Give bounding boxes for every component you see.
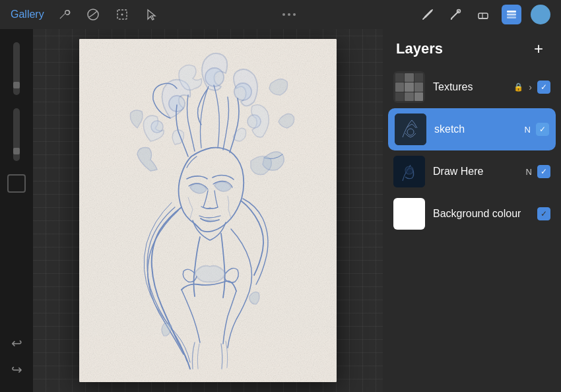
check-mark: ✓ <box>541 167 547 176</box>
layer-name-sketch: sketch <box>434 123 517 135</box>
chevron-right-icon[interactable]: › <box>529 82 532 92</box>
layers-panel: Layers + Textures 🔒 <box>383 29 561 392</box>
undo-button[interactable]: ↩ <box>7 334 26 352</box>
top-toolbar: Gallery <box>0 0 561 29</box>
lock-icon: 🔒 <box>513 82 523 92</box>
thumb-cell <box>395 82 404 91</box>
add-layer-button[interactable]: + <box>529 40 548 58</box>
layer-visibility-sketch[interactable]: ✓ <box>536 123 549 136</box>
background-thumbnail <box>393 198 425 230</box>
layer-visibility-background[interactable]: ✓ <box>537 207 550 220</box>
thumb-cell <box>414 82 423 91</box>
layer-info: Textures <box>433 81 506 93</box>
layer-visibility-textures[interactable]: ✓ <box>537 81 550 94</box>
draw-here-thumbnail <box>393 156 425 187</box>
toolbar-right <box>418 5 550 24</box>
svg-point-2 <box>121 14 123 16</box>
thumb-cell <box>395 73 404 82</box>
color-swatch[interactable] <box>7 174 26 193</box>
layers-panel-toggle[interactable] <box>502 5 521 24</box>
transform-icon[interactable] <box>113 5 131 24</box>
layer-item-textures[interactable]: Textures 🔒 › ✓ <box>383 66 561 108</box>
eraser-tool-icon[interactable] <box>474 5 492 24</box>
user-avatar[interactable] <box>531 5 550 24</box>
check-mark: ✓ <box>541 82 547 92</box>
sketch-thumbnail <box>395 114 426 145</box>
adjustments-icon[interactable] <box>84 5 102 24</box>
svg-point-15 <box>234 83 251 100</box>
textures-thumbnail <box>393 71 425 103</box>
layer-controls-background: ✓ <box>537 207 550 220</box>
layer-controls-textures: 🔒 › ✓ <box>513 81 550 94</box>
layer-info: Background colour <box>433 208 529 220</box>
toolbar-left: Gallery <box>11 5 160 24</box>
thumb-cell <box>395 92 404 101</box>
thumb-cell <box>414 73 423 82</box>
thumb-cell <box>405 92 413 101</box>
sidebar-bottom-actions: ↩ ↪ <box>7 334 26 379</box>
check-mark: ✓ <box>541 209 547 218</box>
layer-item-sketch[interactable]: sketch N ✓ <box>388 108 556 150</box>
layer-name-draw-here: Draw Here <box>433 166 518 178</box>
dot-2 <box>288 13 290 16</box>
thumb-cell <box>405 82 413 91</box>
wrench-icon[interactable] <box>55 5 73 24</box>
redo-button[interactable]: ↪ <box>7 360 26 379</box>
canvas-paper <box>79 39 337 382</box>
sketch-drawing <box>79 39 337 382</box>
brush-size-slider[interactable] <box>13 42 20 95</box>
canvas-area[interactable] <box>33 29 383 392</box>
dot-3 <box>293 13 296 16</box>
svg-point-17 <box>248 115 261 128</box>
svg-rect-10 <box>507 16 516 18</box>
layer-name-textures: Textures <box>433 81 506 93</box>
svg-point-14 <box>205 68 224 86</box>
opacity-slider[interactable] <box>13 108 20 161</box>
layer-mode-draw-here: N <box>526 167 532 177</box>
layers-header: Layers + <box>383 29 561 66</box>
pen-tool-icon[interactable] <box>418 5 437 24</box>
thumb-cell <box>405 73 413 82</box>
layer-mode-sketch: N <box>525 125 531 135</box>
toolbar-center <box>282 13 296 16</box>
check-mark: ✓ <box>539 125 546 134</box>
svg-rect-9 <box>507 14 516 16</box>
left-sidebar: ↩ ↪ <box>0 29 33 392</box>
thumb-cell <box>414 92 423 101</box>
layer-item-background[interactable]: Background colour ✓ <box>383 193 561 235</box>
layer-controls-sketch: N ✓ <box>525 123 549 136</box>
svg-point-16 <box>151 121 163 133</box>
svg-rect-12 <box>79 39 337 382</box>
layer-name-background: Background colour <box>433 208 529 220</box>
layer-controls-draw-here: N ✓ <box>526 165 550 178</box>
dot-1 <box>282 13 285 16</box>
layer-visibility-draw-here[interactable]: ✓ <box>537 165 550 178</box>
layer-info: sketch <box>434 123 517 135</box>
brush-tool-icon[interactable] <box>446 5 465 24</box>
layer-info: Draw Here <box>433 166 518 178</box>
svg-point-21 <box>405 166 413 174</box>
layer-item-draw-here[interactable]: Draw Here N ✓ <box>383 150 561 193</box>
layers-title: Layers <box>396 40 443 57</box>
selection-icon[interactable] <box>142 5 160 24</box>
svg-rect-18 <box>395 114 426 145</box>
svg-rect-5 <box>478 13 488 18</box>
gallery-button[interactable]: Gallery <box>11 9 44 20</box>
svg-rect-8 <box>507 11 516 13</box>
